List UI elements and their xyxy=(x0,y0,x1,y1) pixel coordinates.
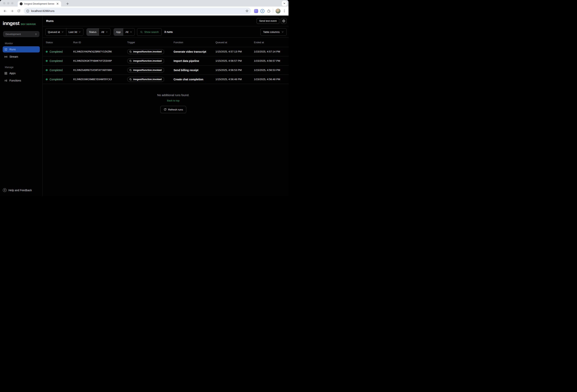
broadcast-icon xyxy=(4,55,7,58)
copy-icon xyxy=(129,69,132,71)
environment-select[interactable]: Development xyxy=(3,31,39,37)
browser-tab[interactable]: Inngest Development Server xyxy=(18,1,61,6)
trigger-pill[interactable]: inngest/function.invoked xyxy=(127,68,164,73)
time-range-dropdown[interactable]: Last 3d xyxy=(66,29,83,36)
trigger-cell: inngest/function.invoked xyxy=(127,58,174,63)
site-info-icon[interactable] xyxy=(26,9,29,13)
extensions-puzzle-icon[interactable] xyxy=(267,9,271,13)
table-row[interactable]: Completed 01JHNZGYHGPW3QZBRN7Y3ZHZRK inn… xyxy=(43,47,288,56)
refresh-runs-button[interactable]: Refresh runs xyxy=(160,106,186,113)
chevron-down-icon xyxy=(130,31,132,33)
sidebar-item-apps[interactable]: Apps xyxy=(3,70,40,76)
sidebar-section-monitor: Monitor xyxy=(5,42,42,45)
back-to-top-link[interactable]: Back to top xyxy=(167,99,180,102)
status-dot-icon xyxy=(46,60,48,62)
status-filter-dropdown[interactable]: All xyxy=(99,29,110,36)
tab-close-icon[interactable] xyxy=(56,2,59,5)
settings-button[interactable] xyxy=(281,18,287,24)
app-filter-dropdown[interactable]: All xyxy=(123,29,135,36)
function-name[interactable]: Send billing receipt xyxy=(174,69,216,72)
window-zoom-button[interactable] xyxy=(11,2,13,4)
trigger-pill[interactable]: inngest/function.invoked xyxy=(127,49,164,54)
time-field-dropdown[interactable]: Queued at xyxy=(45,29,66,36)
trigger-cell: inngest/function.invoked xyxy=(127,68,174,73)
time-field-label: Queued at xyxy=(48,31,60,34)
run-id[interactable]: 01JHNZG58K26WBEYE64WYDYCXJ xyxy=(73,78,127,81)
empty-state: No additional runs found. Back to top Re… xyxy=(50,84,288,113)
help-and-feedback[interactable]: ? Help and Feedback xyxy=(3,188,39,192)
chevron-down-icon xyxy=(106,31,108,33)
trigger-event-name: inngest/function.invoked xyxy=(133,60,162,62)
url-text[interactable]: localhost:8288/runs xyxy=(31,9,244,12)
status-dot-icon xyxy=(46,78,48,80)
column-header-run-id: Run ID xyxy=(73,41,127,44)
trigger-event-name: inngest/function.invoked xyxy=(133,69,162,71)
queued-at-time: 1/15/2025, 4:56:53 PM xyxy=(216,69,254,71)
ended-at-time: 1/15/2025, 4:56:53 PM xyxy=(254,69,288,71)
refresh-runs-label: Refresh runs xyxy=(168,108,183,111)
column-header-queued-at: Queued at xyxy=(216,41,254,44)
chevron-down-icon xyxy=(78,31,81,33)
run-id[interactable]: 01JHNZGEKGKTPXBHKYVFZEDX0P xyxy=(73,59,127,62)
status-filter-label: Status xyxy=(87,29,99,36)
run-id[interactable]: 01JHNZGYHGPW3QZBRN7Y3ZHZRK xyxy=(73,50,127,53)
sidebar-item-runs[interactable]: Runs xyxy=(3,46,40,52)
refresh-icon xyxy=(164,108,167,111)
show-search-label: Show search xyxy=(144,31,159,34)
show-search-button[interactable]: Show search xyxy=(137,28,162,36)
sidebar-item-label: Runs xyxy=(9,48,16,51)
sidebar-section-manage: Manage xyxy=(5,66,42,69)
column-header-function: Function xyxy=(174,41,216,44)
page-title: Runs xyxy=(45,19,54,23)
functions-list-icon xyxy=(4,79,7,82)
table-row[interactable]: Completed 01JHNZGEKGKTPXBHKYVFZEDX0P inn… xyxy=(43,56,288,66)
time-filter: Queued at Last 3d xyxy=(45,28,83,36)
browser-menu-icon[interactable] xyxy=(283,8,286,13)
queued-at-time: 1/15/2025, 4:56:57 PM xyxy=(216,59,254,62)
trigger-pill[interactable]: inngest/function.invoked xyxy=(127,58,164,63)
bookmark-star-icon[interactable] xyxy=(245,9,249,13)
reload-icon[interactable] xyxy=(16,8,22,14)
app-filter-label: App xyxy=(114,29,123,36)
sidebar-item-stream[interactable]: Stream xyxy=(3,54,40,60)
new-tab-button[interactable] xyxy=(65,1,70,6)
extension-icon-purple[interactable] xyxy=(254,9,258,13)
trigger-cell: inngest/function.invoked xyxy=(127,49,174,54)
gear-icon xyxy=(282,19,286,23)
forward-icon[interactable] xyxy=(9,8,15,14)
function-name[interactable]: Create chat completion xyxy=(174,78,216,81)
ended-at-time: 1/15/2025, 4:57:14 PM xyxy=(254,50,288,53)
inngest-logo: inngest xyxy=(3,21,19,26)
run-id[interactable]: 01JHNZGADR87SX5NTAYYADY88H xyxy=(73,69,127,71)
search-icon xyxy=(140,31,143,34)
filter-bar: Queued at Last 3d Status All xyxy=(43,26,288,38)
status-filter-value: All xyxy=(101,31,104,34)
extension-icon-1password[interactable] xyxy=(260,9,264,13)
function-name[interactable]: Import data pipeline xyxy=(174,59,216,63)
window-minimize-button[interactable] xyxy=(7,2,9,4)
window-close-button[interactable] xyxy=(3,2,5,4)
queued-at-time: 1/15/2025, 4:57:13 PM xyxy=(216,50,254,53)
profile-avatar[interactable] xyxy=(275,8,281,14)
queued-at-time: 1/15/2025, 4:56:48 PM xyxy=(216,78,254,81)
chevron-down-icon xyxy=(281,31,284,33)
address-bar[interactable]: localhost:8288/runs xyxy=(24,8,251,14)
runs-table: Status Run ID Trigger Function Queued at… xyxy=(43,38,288,84)
sidebar-item-functions[interactable]: Functions xyxy=(3,77,40,84)
back-icon[interactable] xyxy=(2,8,8,14)
send-test-event-button[interactable]: Send test event xyxy=(256,18,279,24)
function-name[interactable]: Generate video transcript xyxy=(174,50,216,53)
table-columns-button[interactable]: Table columns xyxy=(260,28,287,36)
copy-icon xyxy=(129,60,132,62)
apps-grid-icon xyxy=(4,72,7,75)
table-row[interactable]: Completed 01JHNZGADR87SX5NTAYYADY88H inn… xyxy=(43,66,288,75)
status-cell: Completed xyxy=(46,50,73,53)
status-label: Completed xyxy=(50,69,63,72)
help-icon: ? xyxy=(3,188,6,192)
ended-at-time: 1/15/2025, 4:56:48 PM xyxy=(254,78,288,81)
trigger-pill[interactable]: inngest/function.invoked xyxy=(127,77,164,82)
window-controls[interactable] xyxy=(3,2,13,4)
table-row[interactable]: Completed 01JHNZG58K26WBEYE64WYDYCXJ inn… xyxy=(43,75,288,84)
main-content: Runs Send test event Queued at Last 3d xyxy=(43,16,288,196)
tab-search-button[interactable] xyxy=(282,1,287,6)
